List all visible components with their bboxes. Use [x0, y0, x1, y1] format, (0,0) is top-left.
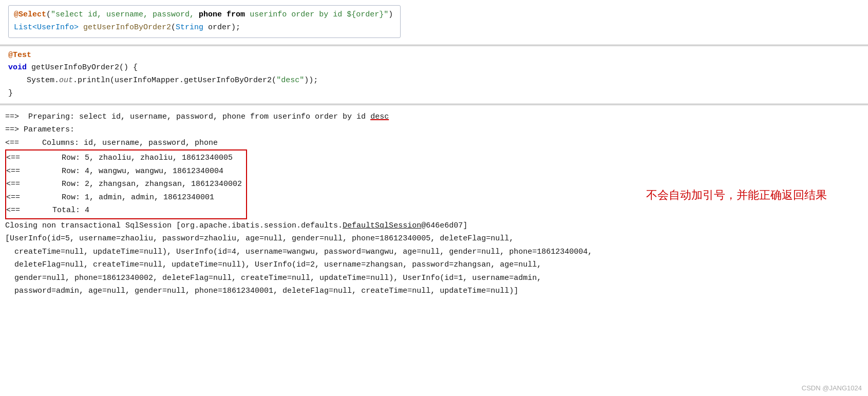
row-line-1: <== Row: 5, zhaoliu, zhaoliu, 1861234000…	[6, 152, 242, 165]
closing-line: Closing non transactional SqlSession [or…	[5, 219, 860, 233]
row-line-4: <== Row: 1, admin, admin, 18612340001	[6, 191, 242, 204]
watermark: CSDN @JANG1024	[802, 384, 862, 392]
result-line-2: createTime=null, updateTime=null), UserI…	[5, 246, 860, 259]
row-line-2: <== Row: 4, wangwu, wangwu, 18612340004	[6, 165, 242, 178]
close-paren: ));	[304, 76, 318, 85]
method-name-test: getUserInfoByOrder2() {	[27, 63, 138, 72]
annotation-label: 不会自动加引号，并能正确返回结果	[646, 187, 827, 203]
page-container: @Select("select id, username, password, …	[0, 0, 868, 396]
paren-close: )	[388, 10, 393, 19]
console-wrapper: ==> Preparing: select id, username, pass…	[0, 105, 868, 303]
sig-rest: (	[171, 23, 176, 32]
closing-brace-line: }	[8, 87, 860, 100]
rows-container: <== Row: 5, zhaoliu, zhaoliu, 1861234000…	[5, 149, 247, 219]
desc-string: "desc"	[276, 76, 304, 85]
console-section: ==> Preparing: select id, username, pass…	[0, 108, 868, 303]
rows-box: <== Row: 5, zhaoliu, zhaoliu, 1861234000…	[5, 149, 247, 219]
select-annotation-section: @Select("select id, username, password, …	[0, 0, 868, 45]
method-name: getUserInfoByOrder2	[83, 23, 171, 32]
select-line: @Select("select id, username, password, …	[14, 9, 393, 22]
test-annotation-line: @Test	[8, 49, 860, 62]
println: .println(userInfoMapper.getUserInfoByOrd…	[73, 76, 276, 85]
total-line: <== Total: 4	[6, 204, 242, 217]
indent: System.	[8, 76, 59, 85]
test-code-section: @Test void getUserInfoByOrder2() { Syste…	[0, 46, 868, 104]
param-name: order);	[203, 23, 240, 32]
columns-line: <== Columns: id, username, password, pho…	[5, 137, 860, 150]
sql-string: "select id, username, password, phone fr…	[51, 10, 388, 19]
result-line-4: gender=null, phone=18612340002, deleteFl…	[5, 272, 860, 285]
void-keyword: void	[8, 63, 27, 72]
at-test-keyword: @Test	[8, 51, 31, 60]
preparing-line: ==> Preparing: select id, username, pass…	[5, 110, 860, 124]
desc-underline: desc	[370, 112, 389, 121]
paren-open: (	[46, 10, 51, 19]
out-italic: out	[59, 76, 73, 85]
void-method-line: void getUserInfoByOrder2() {	[8, 62, 860, 74]
method-sig-line: List<UserInfo> getUserInfoByOrder2(Strin…	[14, 22, 393, 34]
result-line-1: [UserInfo(id=5, username=zhaoliu, passwo…	[5, 232, 860, 246]
space1	[79, 23, 83, 32]
list-type: List<UserInfo>	[14, 23, 79, 32]
closing-brace: }	[8, 89, 13, 98]
result-line-5: password=admin, age=null, gender=null, p…	[5, 285, 860, 298]
string-type: String	[176, 23, 203, 32]
at-select-keyword: @Select	[14, 10, 46, 19]
result-line-3: deleteFlag=null, createTime=null, update…	[5, 258, 860, 272]
row-line-3: <== Row: 2, zhangsan, zhangsan, 18612340…	[6, 178, 242, 191]
parameters-line: ==> Parameters:	[5, 123, 860, 137]
select-code-box: @Select("select id, username, password, …	[8, 5, 401, 38]
system-out-line: System.out.println(userInfoMapper.getUse…	[8, 74, 860, 87]
